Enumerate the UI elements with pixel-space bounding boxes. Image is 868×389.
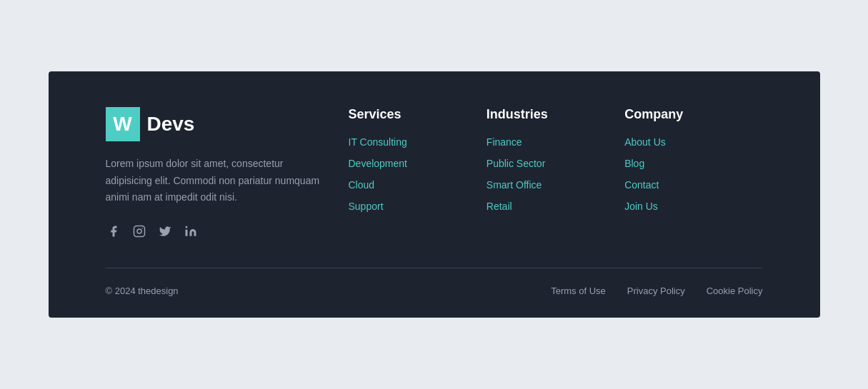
industries-title: Industries xyxy=(487,107,624,122)
services-link-support[interactable]: Support xyxy=(349,201,487,212)
industries-link-smart-office[interactable]: Smart Office xyxy=(487,179,624,191)
footer-bottom: © 2024 thedesign Terms of Use Privacy Po… xyxy=(106,286,763,296)
svg-point-1 xyxy=(137,229,141,233)
industries-column: Industries Finance Public Sector Smart O… xyxy=(487,107,624,239)
services-link-cloud[interactable]: Cloud xyxy=(349,179,487,191)
instagram-icon[interactable] xyxy=(131,223,147,239)
services-column: Services IT Consulting Development Cloud… xyxy=(349,107,487,239)
industries-link-retail[interactable]: Retail xyxy=(487,201,624,212)
company-link-blog[interactable]: Blog xyxy=(624,158,762,169)
svg-point-3 xyxy=(185,226,187,228)
linkedin-icon[interactable] xyxy=(183,223,199,239)
company-column: Company About Us Blog Contact Join Us xyxy=(624,107,762,239)
legal-links: Terms of Use Privacy Policy Cookie Polic… xyxy=(551,286,762,296)
facebook-icon[interactable] xyxy=(106,223,121,239)
logo: W Devs xyxy=(106,107,320,141)
industries-link-finance[interactable]: Finance xyxy=(487,136,624,148)
logo-icon: W xyxy=(106,107,140,141)
company-link-about[interactable]: About Us xyxy=(624,136,762,148)
brand-description: Lorem ipsum dolor sit amet, consectetur … xyxy=(106,156,320,206)
privacy-policy-link[interactable]: Privacy Policy xyxy=(627,286,685,296)
twitter-icon[interactable] xyxy=(157,223,173,239)
footer-divider xyxy=(106,268,763,268)
cookie-policy-link[interactable]: Cookie Policy xyxy=(707,286,763,296)
company-link-join[interactable]: Join Us xyxy=(624,201,762,212)
services-title: Services xyxy=(349,107,487,122)
terms-of-use-link[interactable]: Terms of Use xyxy=(551,286,606,296)
brand-column: W Devs Lorem ipsum dolor sit amet, conse… xyxy=(106,107,320,239)
footer-top: W Devs Lorem ipsum dolor sit amet, conse… xyxy=(106,107,763,268)
social-icons xyxy=(106,223,320,239)
svg-rect-0 xyxy=(134,226,144,237)
svg-point-2 xyxy=(141,228,143,229)
services-link-it-consulting[interactable]: IT Consulting xyxy=(349,136,487,148)
services-link-development[interactable]: Development xyxy=(349,158,487,169)
nav-columns: Services IT Consulting Development Cloud… xyxy=(349,107,763,239)
footer: W Devs Lorem ipsum dolor sit amet, conse… xyxy=(49,71,820,318)
company-link-contact[interactable]: Contact xyxy=(624,179,762,191)
copyright: © 2024 thedesign xyxy=(106,286,179,296)
company-title: Company xyxy=(624,107,762,122)
logo-name: Devs xyxy=(147,113,195,136)
industries-link-public-sector[interactable]: Public Sector xyxy=(487,158,624,169)
